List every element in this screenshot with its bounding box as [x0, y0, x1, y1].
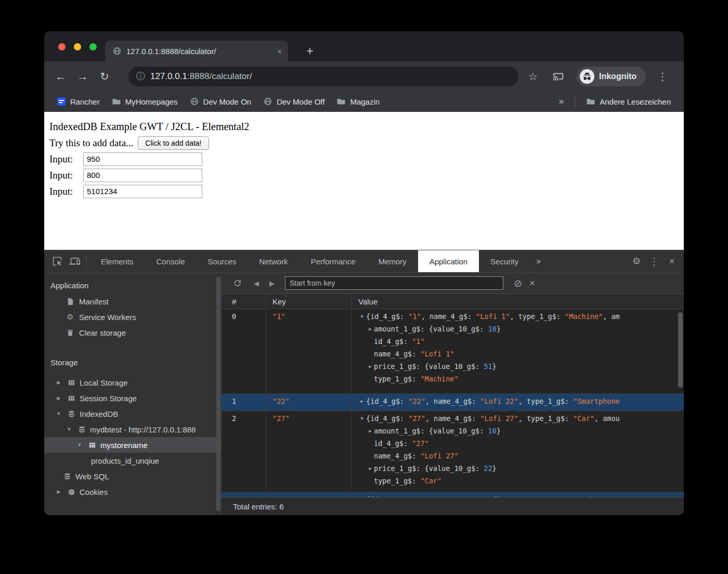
expand-icon[interactable]: ▶ — [55, 489, 63, 494]
table-icon — [67, 394, 75, 402]
expand-icon[interactable]: ▶ — [359, 395, 365, 407]
tab-network[interactable]: Network — [248, 250, 300, 272]
object-property[interactable]: id_4_g$: "1" — [352, 335, 684, 348]
sidebar-item-mydbtest[interactable]: ▼ mydbtest - http://127.0.0.1:888 — [44, 422, 221, 437]
sidebar-item-clear-storage[interactable]: Clear storage — [44, 325, 221, 340]
tab-application[interactable]: Application — [418, 250, 479, 272]
expand-icon[interactable]: ▶ — [367, 425, 373, 437]
address-bar[interactable]: ⓘ 127.0.0.1:8888/calculator/ — [128, 67, 518, 86]
column-header-value[interactable]: Value — [352, 294, 684, 309]
close-window-button[interactable] — [58, 43, 66, 50]
forward-button[interactable]: → — [73, 67, 92, 86]
object-property[interactable]: ▶amount_1_g$: {value_10_g$: 10} — [352, 425, 684, 437]
sidebar-item-mystorename[interactable]: ▼ mystorename — [44, 437, 221, 453]
table-row-selected[interactable]: 1 "22" ▶{id_4_g$: "22", name_4_g$: "Lofi… — [222, 394, 684, 411]
add-data-button[interactable]: Click to add data! — [138, 136, 209, 150]
object-property[interactable]: type_1_g$: "Machine" — [352, 373, 684, 385]
number-input-3[interactable] — [83, 185, 202, 198]
sidebar-item-web-sql[interactable]: Web SQL — [44, 468, 221, 484]
tab-close-icon[interactable]: × — [277, 47, 282, 56]
expand-icon[interactable]: ▶ — [359, 493, 365, 497]
sidebar-scrollbar[interactable] — [216, 277, 220, 511]
object-property[interactable]: name_4_g$: "Lofi 1" — [352, 348, 684, 360]
object-property[interactable]: name_4_g$: "Lofi 27" — [352, 450, 684, 462]
block-icon[interactable]: ⊘ — [514, 277, 522, 289]
table-scrollbar[interactable] — [678, 312, 683, 388]
number-input-1[interactable] — [83, 152, 202, 166]
refresh-icon[interactable] — [233, 278, 242, 288]
collapse-icon[interactable]: ▼ — [65, 427, 73, 432]
table-row[interactable]: 2 "27" ▼{id_4_g$: "27", name_4_g$: "Lofi… — [222, 411, 684, 492]
sidebar-item-local-storage[interactable]: ▶ Local Storage — [44, 375, 221, 390]
more-tabs-chevrons[interactable]: » — [530, 257, 547, 266]
table-row[interactable]: 0 "1" ▼{id_4_g$: "1", name_4_g$: "Lofi 1… — [222, 309, 684, 394]
column-header-index[interactable]: # — [222, 294, 266, 309]
globe-icon — [264, 97, 272, 106]
bookmark-dev-mode-on[interactable]: Dev Mode On — [185, 94, 257, 109]
input-label-1: Input: — [49, 154, 78, 165]
object-property[interactable]: id_4_g$: "27" — [352, 437, 684, 450]
object-preview[interactable]: ▶{id_4_g$: "22", name_4_g$: "Lofi 22", t… — [352, 395, 684, 407]
folder-icon — [112, 97, 121, 106]
object-preview[interactable]: ▼{id_4_g$: "27", name_4_g$: "Lofi 27", t… — [352, 412, 684, 425]
tab-console[interactable]: Console — [145, 250, 197, 272]
bookmark-dev-mode-off[interactable]: Dev Mode Off — [258, 94, 330, 109]
sidebar-item-indexeddb[interactable]: ▼ IndexedDB — [44, 406, 221, 422]
new-tab-button[interactable]: + — [302, 43, 318, 59]
next-page-icon[interactable]: ▶ — [264, 279, 280, 287]
expand-icon[interactable]: ▶ — [55, 396, 63, 401]
number-input-2[interactable] — [83, 169, 202, 182]
bookmark-folder-magazin[interactable]: Magazin — [331, 94, 385, 109]
device-toolbar-icon[interactable] — [66, 252, 84, 270]
tab-sources[interactable]: Sources — [197, 250, 248, 272]
collapse-icon[interactable]: ▼ — [55, 411, 63, 416]
devtools-settings-icon[interactable]: ⚙ — [628, 252, 645, 270]
column-header-key[interactable]: Key — [266, 294, 352, 309]
devtools-menu-icon[interactable]: ⋮ — [645, 252, 663, 270]
back-button[interactable]: ← — [51, 67, 70, 86]
expand-icon[interactable]: ▶ — [367, 360, 373, 373]
object-preview[interactable]: ▶{id_4_g$: "30", name_4_g$: "Lofi 30", t… — [352, 493, 684, 497]
tab-elements[interactable]: Elements — [89, 250, 145, 272]
storage-section-header: Storage — [44, 354, 221, 371]
reload-button[interactable]: ↻ — [95, 67, 114, 86]
collapse-icon[interactable]: ▼ — [359, 412, 365, 425]
zoom-window-button[interactable] — [89, 43, 97, 50]
bookmarks-overflow-chevrons[interactable]: » — [554, 96, 569, 107]
cast-icon[interactable] — [549, 67, 567, 86]
sidebar-item-products-index[interactable]: products_id_unqiue — [44, 453, 221, 468]
sidebar-item-manifest[interactable]: Manifest — [44, 294, 221, 309]
object-property[interactable]: type_1_g$: "Car" — [352, 475, 684, 487]
bookmark-star-icon[interactable]: ☆ — [524, 67, 542, 86]
start-from-key-input[interactable] — [285, 276, 503, 290]
tab-memory[interactable]: Memory — [367, 250, 418, 272]
bookmark-folder-myhomepages[interactable]: MyHomepages — [107, 94, 184, 109]
tab-performance[interactable]: Performance — [300, 250, 367, 272]
object-preview[interactable]: ▼{id_4_g$: "1", name_4_g$: "Lofi 1", typ… — [352, 310, 684, 323]
cookie-icon — [67, 488, 75, 496]
browser-tab[interactable]: 127.0.0.1:8888/calculator/ × — [105, 41, 288, 61]
bookmark-rancher[interactable]: Rancher — [51, 94, 106, 109]
browser-menu-icon[interactable]: ⋮ — [653, 67, 672, 86]
sidebar-item-session-storage[interactable]: ▶ Session Storage — [44, 390, 221, 406]
devtools-close-icon[interactable]: × — [663, 252, 681, 270]
previous-page-icon[interactable]: ◀ — [249, 279, 264, 287]
bookmark-other-bookmarks[interactable]: Andere Lesezeichen — [581, 94, 677, 109]
sidebar-item-service-workers[interactable]: ⚙ Service Workers — [44, 309, 221, 325]
sidebar-item-cookies[interactable]: ▶ Cookies — [44, 484, 221, 500]
expand-icon[interactable]: ▶ — [367, 462, 373, 475]
tab-security[interactable]: Security — [479, 250, 530, 272]
collapse-icon[interactable]: ▼ — [359, 310, 365, 323]
expand-icon[interactable]: ▶ — [367, 323, 373, 335]
clear-icon[interactable]: × — [529, 277, 535, 289]
object-property[interactable]: ▶price_1_g$: {value_10_g$: 51} — [352, 360, 684, 373]
table-row-selected[interactable]: 3 "30" ▶{id_4_g$: "30", name_4_g$: "Lofi… — [222, 492, 684, 497]
object-property[interactable]: ▶price_1_g$: {value_10_g$: 22} — [352, 462, 684, 475]
info-icon[interactable]: ⓘ — [136, 70, 145, 82]
inspect-element-icon[interactable] — [48, 252, 66, 270]
expand-icon[interactable]: ▶ — [55, 380, 63, 385]
minimize-window-button[interactable] — [74, 43, 81, 50]
collapse-icon[interactable]: ▼ — [75, 442, 84, 448]
object-property[interactable]: ▶amount_1_g$: {value_10_g$: 10} — [352, 323, 684, 335]
table-icon — [67, 378, 75, 387]
